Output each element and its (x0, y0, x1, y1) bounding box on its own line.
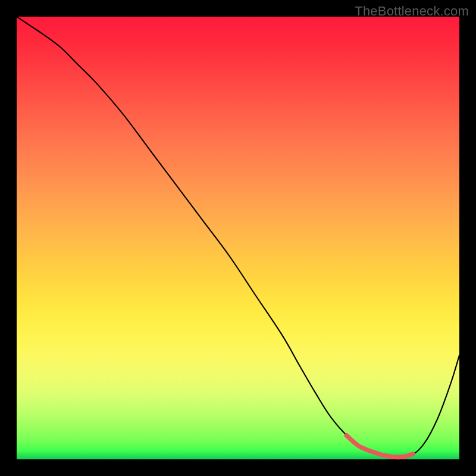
plot-area (17, 17, 459, 459)
bottleneck-curve (17, 17, 459, 457)
curve-layer (17, 17, 459, 459)
chart-frame (0, 0, 476, 476)
optimal-zone-highlight (346, 436, 413, 458)
watermark-text: TheBottleneck.com (355, 4, 469, 19)
